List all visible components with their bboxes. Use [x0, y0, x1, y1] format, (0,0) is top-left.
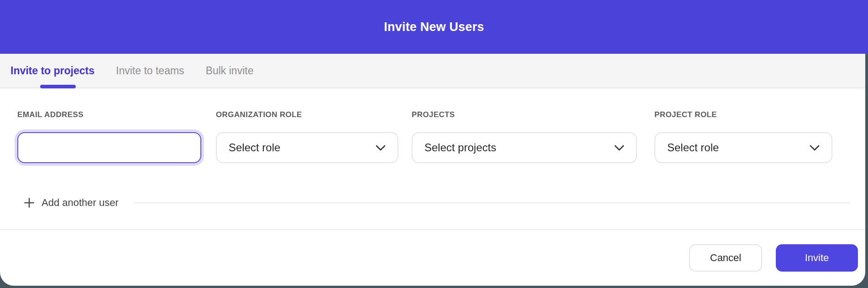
organization-role-select[interactable]: Select role	[216, 132, 398, 163]
dialog-title: Invite New Users	[384, 20, 484, 34]
tab-bulk-invite[interactable]: Bulk invite	[206, 65, 254, 77]
invite-button[interactable]: Invite	[776, 244, 858, 272]
row-divider	[133, 202, 850, 203]
dialog-header: Invite New Users	[0, 0, 868, 54]
organization-role-field-group: ORGANIZATION ROLE Select role	[216, 110, 398, 163]
tab-invite-to-teams[interactable]: Invite to teams	[116, 65, 184, 77]
chevron-down-icon	[810, 145, 820, 151]
tab-bar: Invite to projects Invite to teams Bulk …	[0, 54, 865, 88]
project-role-label: PROJECT ROLE	[654, 110, 832, 118]
project-role-select[interactable]: Select role	[654, 132, 832, 163]
projects-field-group: PROJECTS Select projects	[412, 110, 637, 163]
user-invite-row: EMAIL ADDRESS ORGANIZATION ROLE Select r…	[17, 110, 865, 163]
add-another-user-button[interactable]: Add another user	[17, 197, 119, 209]
organization-role-label: ORGANIZATION ROLE	[216, 110, 398, 118]
email-field-group: EMAIL ADDRESS	[17, 110, 201, 163]
organization-role-selected-value: Select role	[229, 141, 280, 154]
projects-label: PROJECTS	[412, 110, 637, 118]
tab-invite-to-projects[interactable]: Invite to projects	[10, 65, 94, 77]
project-role-field-group: PROJECT ROLE Select role	[654, 110, 832, 163]
email-address-input[interactable]	[17, 132, 201, 163]
projects-select[interactable]: Select projects	[412, 132, 637, 163]
email-address-label: EMAIL ADDRESS	[17, 110, 201, 118]
cancel-button[interactable]: Cancel	[689, 244, 762, 272]
add-another-user-label: Add another user	[42, 197, 119, 209]
active-tab-indicator	[40, 85, 76, 88]
chevron-down-icon	[614, 145, 624, 151]
add-another-user-row: Add another user	[17, 197, 865, 209]
modal-footer: Cancel Invite	[0, 229, 865, 286]
projects-selected-value: Select projects	[424, 141, 496, 154]
plus-icon	[24, 198, 34, 208]
project-role-selected-value: Select role	[667, 141, 719, 154]
chevron-down-icon	[376, 145, 386, 151]
invite-form: EMAIL ADDRESS ORGANIZATION ROLE Select r…	[0, 88, 865, 229]
invite-modal-body: Invite to projects Invite to teams Bulk …	[0, 54, 865, 286]
